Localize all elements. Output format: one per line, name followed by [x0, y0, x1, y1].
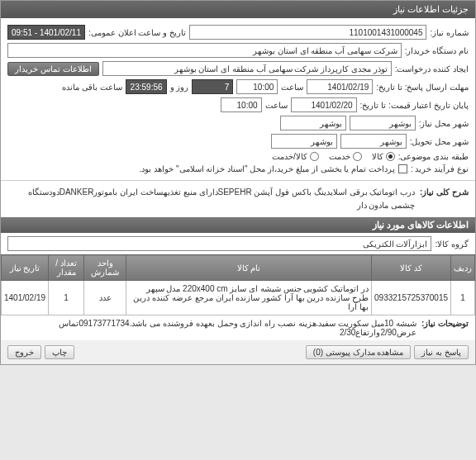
details-window: جزئیات اطلاعات نیاز شماره نیاز: 11010014…: [0, 0, 476, 365]
col-row: ردیف: [451, 255, 475, 281]
delivery-city-label: شهر محل تحویل:: [410, 137, 469, 146]
radio-icon: [310, 152, 319, 161]
category-goods-label: کالا: [372, 152, 383, 161]
footer-toolbar: پاسخ به نیاز مشاهده مدارک پیوستی (0) چاپ…: [1, 340, 475, 364]
window-titlebar: جزئیات اطلاعات نیاز: [1, 1, 475, 18]
goods-table: ردیف کد کالا نام کالا واحد شمارش تعداد /…: [1, 254, 475, 315]
remaining-days-field: 7: [192, 79, 233, 94]
table-row: 1 0933215725370015 در اتوماتیک کشویی جنس…: [2, 281, 475, 315]
category-service-option[interactable]: خدمت: [329, 152, 362, 161]
cell-name: در اتوماتیک کشویی جنس شیشه ای سایز 220x4…: [126, 281, 372, 315]
cell-date: 1401/02/19: [2, 281, 49, 315]
radio-icon: [353, 152, 362, 161]
contact-buyer-button[interactable]: اطلاعات تماس خریدار: [7, 62, 99, 76]
footer-spacer: [78, 345, 302, 359]
validity-time-label: ساعت: [265, 101, 288, 110]
notes-label: توضیحات نیاز:: [416, 319, 469, 337]
need-city-label: شهر محل نیاز:: [419, 119, 469, 128]
delivery-province-field: بوشهر: [340, 134, 407, 149]
deadline-time-field: 10:00: [236, 79, 278, 94]
remaining-time-suffix: ساعت باقی مانده: [62, 83, 122, 92]
cell-code: 0933215725370015: [372, 281, 451, 315]
deadline-time-label: ساعت: [281, 83, 303, 92]
deadline-date-field: 1401/02/19: [307, 79, 373, 94]
category-goods-service-option[interactable]: کالا/خدمت: [272, 152, 319, 161]
window-title: جزئیات اطلاعات نیاز: [393, 4, 469, 14]
need-number-label: شماره نیاز:: [430, 28, 469, 37]
cell-row: 1: [451, 281, 475, 315]
treasury-checkbox[interactable]: [398, 164, 407, 173]
summary-box: شرح کلی نیاز: درب اتوماتیک برقی اسلایدین…: [1, 181, 475, 217]
summary-text: درب اتوماتیک برقی اسلایدینگ باکس فول آپش…: [7, 186, 415, 212]
buy-type-note: پرداخت تمام یا بخشی از مبلغ خرید،از محل …: [140, 164, 395, 173]
need-city-field: بوشهر: [280, 116, 346, 130]
category-label: طبقه بندی موضوعی:: [398, 152, 469, 161]
radio-checked-icon: [386, 152, 395, 161]
buyer-label: نام دستگاه خریدار:: [405, 46, 469, 55]
form-section: شماره نیاز: 1101001431000045 تاریخ و ساع…: [1, 18, 475, 181]
remaining-days-suffix: روز و: [170, 83, 189, 92]
print-button[interactable]: چاپ: [45, 345, 74, 359]
goods-group-label: گروه کالا:: [435, 239, 469, 249]
category-goods-service-label: کالا/خدمت: [272, 152, 307, 161]
category-radio-group: کالا خدمت کالا/خدمت: [272, 152, 395, 161]
summary-label: شرح کلی نیاز:: [415, 186, 469, 212]
col-date: تاریخ نیاز: [2, 255, 49, 281]
announce-label: تاریخ و ساعت اعلان عمومی:: [88, 28, 186, 37]
buyer-field: شرکت سهامی آب منطقه ای استان بوشهر: [7, 43, 402, 58]
goods-group-field: ابزارآلات الکتریکی: [7, 236, 431, 251]
delivery-city-field: بوشهر: [271, 134, 337, 149]
col-unit: واحد شمارش: [84, 255, 126, 281]
goods-subheader: اطلاعات کالاهای مورد نیاز: [1, 217, 475, 233]
cell-unit: عدد: [84, 281, 126, 315]
cell-qty: 1: [49, 281, 84, 315]
col-qty: تعداد / مقدار: [49, 255, 84, 281]
requester-label: ایجاد کننده درخواست:: [395, 64, 469, 74]
validity-time-field: 10:00: [221, 97, 262, 112]
notes-text: شیشه 10میل سکوریت سفید.هزینه نصب راه اند…: [7, 319, 416, 337]
buy-type-label: نوع فرآیند خرید :: [411, 164, 469, 173]
col-name: نام کالا: [126, 255, 372, 281]
validity-date-field: 1401/02/20: [291, 97, 357, 112]
announce-field: 1401/02/11 - 09:51: [7, 25, 85, 40]
reply-button[interactable]: پاسخ به نیاز: [414, 345, 469, 359]
remaining-time-field: 23:59:56: [126, 79, 167, 94]
exit-button[interactable]: خروج: [7, 345, 41, 359]
deadline-label: مهلت ارسال پاسخ: تا تاریخ:: [376, 83, 469, 92]
category-service-label: خدمت: [329, 152, 350, 161]
need-province-field: بوشهر: [350, 116, 416, 130]
col-code: کد کالا: [372, 255, 451, 281]
attachments-button[interactable]: مشاهده مدارک پیوستی (0): [306, 345, 412, 359]
category-goods-option[interactable]: کالا: [372, 152, 395, 161]
notes-row: توضیحات نیاز: شیشه 10میل سکوریت سفید.هزی…: [1, 315, 475, 340]
table-header-row: ردیف کد کالا نام کالا واحد شمارش تعداد /…: [2, 255, 475, 281]
need-number-field: 1101001431000045: [189, 25, 427, 40]
validity-label: پایان تاریخ اعتبار قیمت: تا تاریخ:: [360, 101, 469, 110]
requester-field: توذر مجدی کارپرداز شرکت سهامی آب منطقه ا…: [102, 61, 392, 76]
